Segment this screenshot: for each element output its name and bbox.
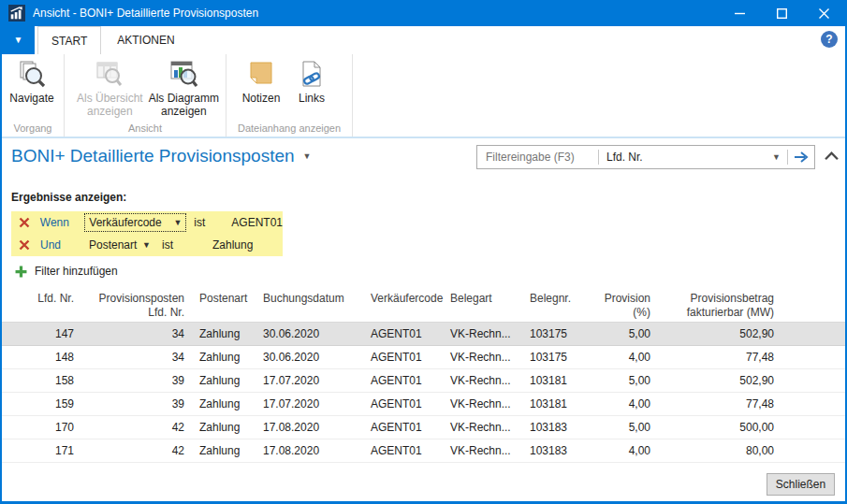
maximize-button[interactable] <box>761 0 803 26</box>
add-filter-button[interactable]: Filter hinzufügen <box>15 265 283 278</box>
cell: 42 <box>81 439 192 463</box>
cell: 103175 <box>522 323 592 346</box>
cell-filler <box>781 346 845 369</box>
filter-field-name: Verkäufercode <box>89 216 161 229</box>
column-header[interactable]: Belegart <box>443 286 522 323</box>
cell: 103181 <box>522 369 592 393</box>
cell-filler <box>781 323 845 346</box>
remove-x-icon <box>19 217 30 228</box>
note-icon <box>245 58 277 90</box>
cell: 39 <box>81 393 192 416</box>
cell: 17.07.2020 <box>256 369 363 393</box>
column-header[interactable]: Provisionsbetrag fakturierbar (MW) <box>658 286 781 323</box>
add-filter-label: Filter hinzufügen <box>35 265 118 278</box>
cell: Zahlung <box>192 369 256 393</box>
cell: 502,90 <box>658 323 781 346</box>
filter-field-selector[interactable]: Lfd. Nr. <box>599 151 766 164</box>
table-row[interactable]: 17042Zahlung17.08.2020AGENT01VK-Rechn...… <box>2 416 845 439</box>
tab-start[interactable]: START <box>37 26 101 54</box>
filter-field-dropdown[interactable]: Postenart ▼ <box>85 237 154 253</box>
column-header[interactable]: Lfd. Nr. <box>2 286 81 323</box>
button-label: Links <box>299 92 325 105</box>
page-title[interactable]: BONI+ Detaillierte Provisionsposten▼ <box>11 146 311 166</box>
cell: 159 <box>2 393 81 416</box>
cell: 77,48 <box>658 393 781 416</box>
show-as-list-button[interactable]: Als Übersicht anzeigen <box>77 58 143 118</box>
cell: VK-Rechn... <box>443 323 522 346</box>
cell: 5,00 <box>592 323 658 346</box>
cell: 502,90 <box>658 369 781 393</box>
column-header[interactable]: Verkäufercode <box>363 286 443 323</box>
table-row[interactable]: 14834Zahlung30.06.2020AGENT01VK-Rechn...… <box>2 346 845 369</box>
right-arrow-icon <box>794 151 809 163</box>
filter-operator: ist <box>194 216 205 229</box>
button-label: Als Diagramm anzeigen <box>149 92 219 118</box>
column-header[interactable]: Postenart <box>192 286 256 323</box>
chevron-down-icon[interactable]: ▼ <box>303 151 312 161</box>
column-header[interactable]: Provisionsposten Lfd. Nr. <box>81 286 192 323</box>
cell: VK-Rechn... <box>443 393 522 416</box>
cell: 103183 <box>522 416 592 439</box>
cell: 147 <box>2 323 81 346</box>
table-row[interactable]: 15939Zahlung17.07.2020AGENT01VK-Rechn...… <box>2 393 845 416</box>
column-header[interactable]: Buchungsdatum <box>256 286 363 323</box>
column-header[interactable]: Provision (%) <box>592 286 658 323</box>
close-button[interactable] <box>803 0 845 26</box>
chevron-down-icon: ▼ <box>173 218 182 227</box>
app-chart-icon <box>8 5 25 22</box>
help-icon[interactable]: ? <box>821 31 838 48</box>
cell: Zahlung <box>192 346 256 369</box>
cell: 4,00 <box>592 346 658 369</box>
minimize-button[interactable] <box>719 0 761 26</box>
close-page-button[interactable]: Schließen <box>767 473 835 496</box>
titlebar: Ansicht - BONI+ Detaillierte Provisionsp… <box>2 0 845 26</box>
filter-pane: Ergebnisse anzeigen: Wenn Verkäufercode … <box>11 191 283 278</box>
group-label: Ansicht <box>65 122 226 134</box>
table-row[interactable]: 15839Zahlung17.07.2020AGENT01VK-Rechn...… <box>2 369 845 393</box>
navigate-icon <box>16 58 48 90</box>
cell: 39 <box>81 369 192 393</box>
cell: 148 <box>2 346 81 369</box>
cell: 17.08.2020 <box>256 439 363 463</box>
app-menu-button[interactable]: ▼ <box>2 26 35 54</box>
cell-filler <box>781 416 845 439</box>
cell: Zahlung <box>192 416 256 439</box>
chevron-down-icon[interactable]: ▼ <box>766 152 787 162</box>
page-content: BONI+ Detaillierte Provisionsposten▼ Fil… <box>2 138 845 501</box>
tab-aktionen[interactable]: AKTIONEN <box>104 26 187 54</box>
filter-heading: Ergebnisse anzeigen: <box>11 191 283 204</box>
notes-button[interactable]: Notizen <box>237 58 285 105</box>
cell: 5,00 <box>592 369 658 393</box>
filter-row: Wenn Verkäufercode ▼ ist AGENT01 <box>11 211 283 234</box>
cell: 103183 <box>522 439 592 463</box>
cell: 30.06.2020 <box>256 323 363 346</box>
ribbon-group-vorgang: Navigate Vorgang <box>2 54 65 137</box>
remove-filter-button[interactable] <box>16 217 33 228</box>
table-row[interactable]: 14734Zahlung30.06.2020AGENT01VK-Rechn...… <box>2 323 845 346</box>
remove-filter-button[interactable] <box>16 239 33 251</box>
grid-header-row: Lfd. Nr.Provisionsposten Lfd. Nr.Postena… <box>2 286 845 323</box>
filter-search-input[interactable]: Filtereingabe (F3) <box>477 151 598 164</box>
collapse-filter-pane-button[interactable] <box>825 151 839 160</box>
filter-value[interactable]: AGENT01 <box>231 216 283 229</box>
ribbon-group-ansicht: Als Übersicht anzeigen Als Diagramm anze… <box>65 54 226 137</box>
cell: 170 <box>2 416 81 439</box>
table-row[interactable]: 17142Zahlung17.08.2020AGENT01VK-Rechn...… <box>2 439 845 463</box>
cell: 17.07.2020 <box>256 393 363 416</box>
cell-filler <box>781 439 845 463</box>
cell: 158 <box>2 369 81 393</box>
navigate-button[interactable]: Navigate <box>5 58 59 105</box>
ribbon: Navigate Vorgang Als Übersicht anzeigen <box>2 54 845 137</box>
filter-field-dropdown[interactable]: Verkäufercode ▼ <box>84 213 186 232</box>
links-button[interactable]: Links <box>291 58 332 105</box>
show-as-chart-button[interactable]: Als Diagramm anzeigen <box>149 58 219 118</box>
window: Ansicht - BONI+ Detaillierte Provisionsp… <box>0 0 847 504</box>
cell: VK-Rechn... <box>443 346 522 369</box>
filter-value[interactable]: Zahlung <box>212 238 253 252</box>
filter-field-name: Postenart <box>89 238 137 252</box>
apply-filter-arrow-button[interactable] <box>788 151 814 163</box>
cell: 4,00 <box>592 439 658 463</box>
cell: AGENT01 <box>363 393 443 416</box>
filter-conjunction: Und <box>40 238 85 252</box>
column-header[interactable]: Belegnr. <box>522 286 592 323</box>
